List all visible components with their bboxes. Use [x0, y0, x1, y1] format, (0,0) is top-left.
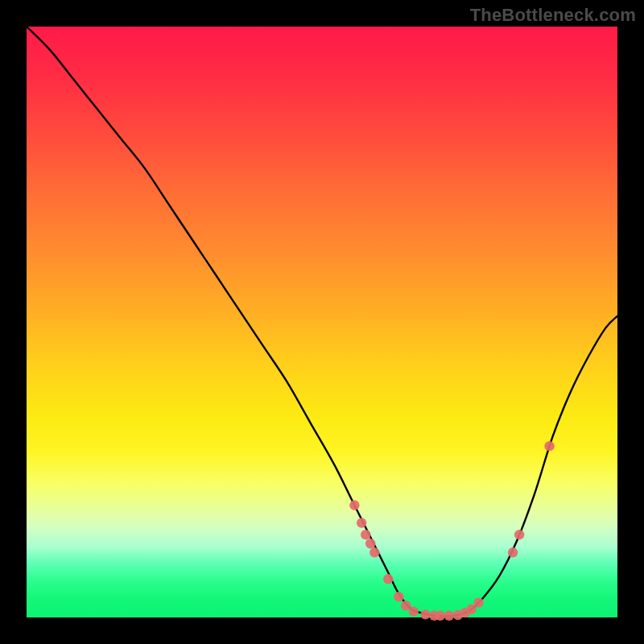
data-points	[349, 441, 555, 621]
data-point	[444, 611, 454, 621]
data-point	[514, 530, 524, 539]
data-point	[394, 592, 403, 601]
data-point	[383, 574, 393, 584]
data-point	[369, 547, 379, 557]
data-point	[436, 611, 445, 621]
data-point	[349, 500, 359, 510]
bottleneck-curve	[27, 27, 617, 617]
data-point	[357, 518, 366, 527]
data-point	[508, 547, 518, 557]
plot-area	[27, 27, 617, 617]
data-point	[473, 597, 483, 607]
chart-frame: TheBottleneck.com	[0, 0, 644, 644]
watermark-text: TheBottleneck.com	[470, 5, 636, 26]
data-point	[409, 606, 419, 616]
data-point	[361, 530, 370, 539]
chart-svg	[27, 27, 617, 617]
data-point	[420, 609, 430, 619]
data-point	[544, 441, 554, 451]
data-point	[365, 539, 375, 548]
